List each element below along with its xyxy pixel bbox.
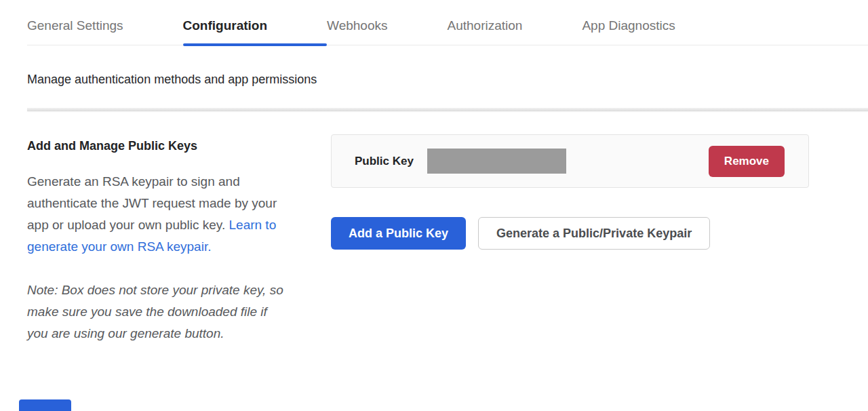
tab-authorization[interactable]: Authorization [448,0,583,45]
add-public-key-button[interactable]: Add a Public Key [331,217,466,250]
section-heading: Add and Manage Public Keys [27,139,283,153]
configuration-content: Add and Manage Public Keys Generate an R… [0,111,868,345]
public-key-value-redacted [427,149,566,174]
partial-hidden-button[interactable] [19,399,71,411]
public-keys-description-column: Add and Manage Public Keys Generate an R… [27,111,283,345]
private-key-note: Note: Box does not store your private ke… [27,279,283,345]
tab-general-settings[interactable]: General Settings [27,0,183,45]
public-key-row: Public Key Remove [331,134,809,188]
tab-configuration[interactable]: Configuration [183,0,328,45]
key-action-buttons: Add a Public Key Generate a Public/Priva… [331,217,809,250]
tab-bar: General Settings Configuration Webhooks … [27,0,868,45]
public-keys-controls-column: Public Key Remove Add a Public Key Gener… [331,111,809,345]
remove-key-button[interactable]: Remove [709,146,785,177]
page-subtitle: Manage authentication methods and app pe… [27,73,868,87]
tab-webhooks[interactable]: Webhooks [327,0,447,45]
public-key-label: Public Key [355,155,414,168]
generate-keypair-button[interactable]: Generate a Public/Private Keypair [478,217,710,250]
tab-app-diagnostics[interactable]: App Diagnostics [582,0,734,45]
